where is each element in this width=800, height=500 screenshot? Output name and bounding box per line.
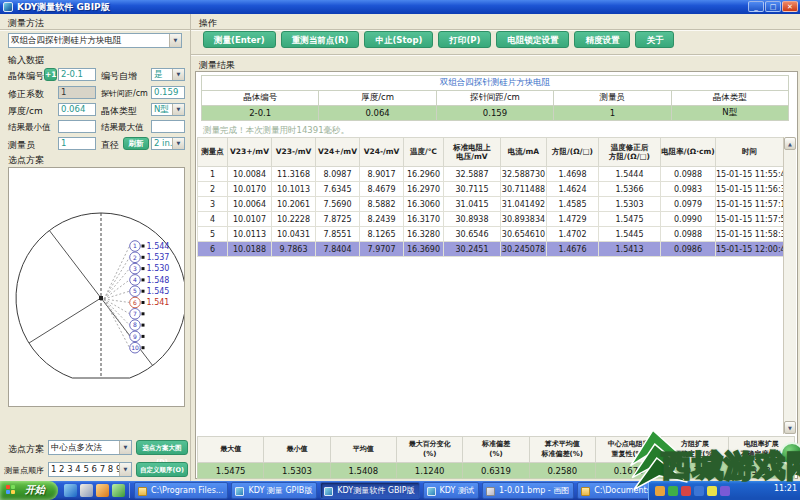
tray-icon[interactable] <box>707 486 717 496</box>
results-area: 双组合四探针测硅片方块电阻 晶体编号厚度/cm探针间距/cm测量员晶体类型 2-… <box>195 71 798 479</box>
scheme-big-button[interactable]: 选点方案大图(D) <box>136 440 188 455</box>
internet-explorer-icon[interactable] <box>64 484 77 497</box>
order-select-value: 1 2 3 4 5 6 7 8 9 <box>51 463 121 476</box>
taskbar-task[interactable]: KDY 测量 GPIB版 <box>231 482 317 499</box>
wafer-radius-line <box>29 298 101 343</box>
result-min-label: 结果最小值 <box>8 122 51 134</box>
result-cell: 31.0415 <box>444 197 501 212</box>
order-select[interactable]: 1 2 3 4 5 6 7 8 9 ▼ <box>48 462 132 477</box>
result-cell: 10.2228 <box>272 212 316 227</box>
summary-column-header: 探针间距/cm <box>436 91 553 106</box>
scroll-down-icon[interactable]: ▼ <box>784 421 796 434</box>
result-cell: 0.0986 <box>661 242 716 257</box>
chevron-down-icon[interactable]: ▼ <box>172 69 184 80</box>
tray-icon[interactable] <box>681 486 691 496</box>
toolbar-button[interactable]: 重测当前点(R) <box>281 31 360 48</box>
result-cell: 16.3690 <box>404 242 444 257</box>
chevron-down-icon[interactable]: ▼ <box>172 138 184 149</box>
result-cell: 0.0988 <box>661 167 716 182</box>
wafer-fan-line <box>104 257 130 299</box>
toolbar-button[interactable]: 精度设置 <box>574 31 630 48</box>
chevron-down-icon[interactable]: ▼ <box>172 104 184 115</box>
show-desktop-icon[interactable] <box>80 484 93 497</box>
result-cell: 8.9017 <box>360 167 404 182</box>
results-column-header: 标准电阻上 电压/mV <box>444 138 501 167</box>
taskbar-task[interactable]: KDY测量软件 GBIP版 <box>320 482 419 499</box>
toolbar-button[interactable]: 测量(Enter) <box>203 31 276 48</box>
toolbar-button[interactable]: 关于 <box>635 31 674 48</box>
stat-column-header: 最小值 <box>264 437 330 463</box>
summary-value-row: 2-0.10.0640.1591N型 <box>202 106 789 121</box>
result-cell: 30.8938 <box>444 212 501 227</box>
correction-label: 修正系数 <box>8 88 44 101</box>
result-row[interactable]: 410.010710.22287.87258.243916.317030.893… <box>198 212 784 227</box>
folder-icon <box>581 487 590 496</box>
chevron-down-icon[interactable]: ▼ <box>169 34 181 47</box>
wafer-point-dot <box>142 335 145 338</box>
auto-inc-select[interactable]: 是 ▼ <box>151 68 185 81</box>
vertical-scrollbar[interactable]: ▲ ▼ <box>783 137 796 434</box>
result-cell: 3 <box>198 197 228 212</box>
scheme-select[interactable]: 中心点多次法 ▼ <box>48 440 132 455</box>
result-cell: 15-01-15 11:57:18 <box>716 197 784 212</box>
result-cell: 10.0084 <box>228 167 272 182</box>
toolbar-button[interactable]: 电阻锁定设置 <box>496 31 569 48</box>
result-row[interactable]: 610.01889.78637.84047.970716.369030.2451… <box>198 242 784 257</box>
result-max-input[interactable] <box>151 120 185 133</box>
start-button[interactable]: 开始 <box>0 481 58 500</box>
scroll-up-icon[interactable]: ▲ <box>784 137 796 150</box>
taskbar-task[interactable]: C:\Program Files... <box>134 482 228 499</box>
stat-column-header: 中心点电阻率 重复性(%) <box>595 437 661 463</box>
close-button-icon[interactable]: ✕ <box>782 1 798 12</box>
wafer-point-dot <box>142 312 145 315</box>
taskbar-task[interactable]: 1-0.01.bmp - 画图 <box>482 482 574 499</box>
result-row[interactable]: 210.017010.10137.63458.467916.297030.711… <box>198 182 784 197</box>
operator-input[interactable]: 1 <box>58 137 96 150</box>
minimize-button-icon[interactable]: _ <box>748 1 764 12</box>
tray-icon[interactable] <box>720 486 730 496</box>
result-cell: 1 <box>198 167 228 182</box>
results-column-header: V24-/mV <box>360 138 404 167</box>
tray-icon[interactable] <box>655 486 665 496</box>
result-row[interactable]: 110.008411.31688.09878.901716.296032.588… <box>198 167 784 182</box>
wafer-point-dot <box>142 245 145 248</box>
chevron-down-icon[interactable]: ▼ <box>119 441 131 454</box>
custom-order-button[interactable]: 自定义顺序(O) <box>136 462 188 477</box>
toolbar-button[interactable]: 中止(Stop) <box>364 31 433 48</box>
diameter-select[interactable]: 2 in. ▼ <box>151 137 185 150</box>
wafer-point-value: 1.530 <box>147 264 170 273</box>
stat-value: 1.1240 <box>396 463 462 479</box>
result-max-label: 结果最大值 <box>101 122 144 134</box>
chevron-down-icon[interactable]: ▼ <box>119 463 131 476</box>
tray-icon[interactable] <box>668 486 678 496</box>
app-icon <box>235 487 244 496</box>
input-section-label: 输入数据 <box>8 54 44 67</box>
wafer-point-number: 4 <box>133 276 137 283</box>
wafer-point-number: 10 <box>131 344 139 351</box>
wafer-fan-line <box>104 299 130 325</box>
quick-launch-app-icon[interactable] <box>112 484 125 497</box>
refresh-button[interactable]: 刷新 <box>123 137 149 150</box>
taskbar-task[interactable]: KDY 测试 <box>423 482 479 499</box>
results-column-header: 方阻/(Ω/□) <box>547 138 599 167</box>
result-min-input[interactable] <box>58 120 96 133</box>
spacing-input[interactable]: 0.159 <box>151 86 185 99</box>
plus-one-button[interactable]: +1 <box>44 68 57 81</box>
crystal-type-label: 晶体类型 <box>101 105 137 118</box>
summary-column-header: 测量员 <box>554 91 671 106</box>
results-column-header: 温度修正后 方阻/(Ω/□) <box>599 138 661 167</box>
wafer-point-number: 7 <box>133 310 137 317</box>
crystal-no-input[interactable]: 2-0.1 <box>58 68 96 81</box>
result-row[interactable]: 310.006410.20617.56908.588216.306031.041… <box>198 197 784 212</box>
result-cell: 1.4729 <box>547 212 599 227</box>
result-cell: 8.4679 <box>360 182 404 197</box>
media-player-icon[interactable] <box>96 484 109 497</box>
thickness-input[interactable]: 0.064 <box>58 103 96 116</box>
tray-icon[interactable] <box>694 486 704 496</box>
toolbar-button[interactable]: 打印(P) <box>438 31 491 48</box>
crystal-type-select[interactable]: N型 ▼ <box>151 103 185 116</box>
method-select[interactable]: 双组合四探针测硅片方块电阻 ▼ <box>8 33 182 48</box>
maximize-button-icon[interactable]: □ <box>765 1 781 12</box>
result-cell: 7.6345 <box>316 182 360 197</box>
result-row[interactable]: 510.011310.04317.85518.126516.328030.654… <box>198 227 784 242</box>
